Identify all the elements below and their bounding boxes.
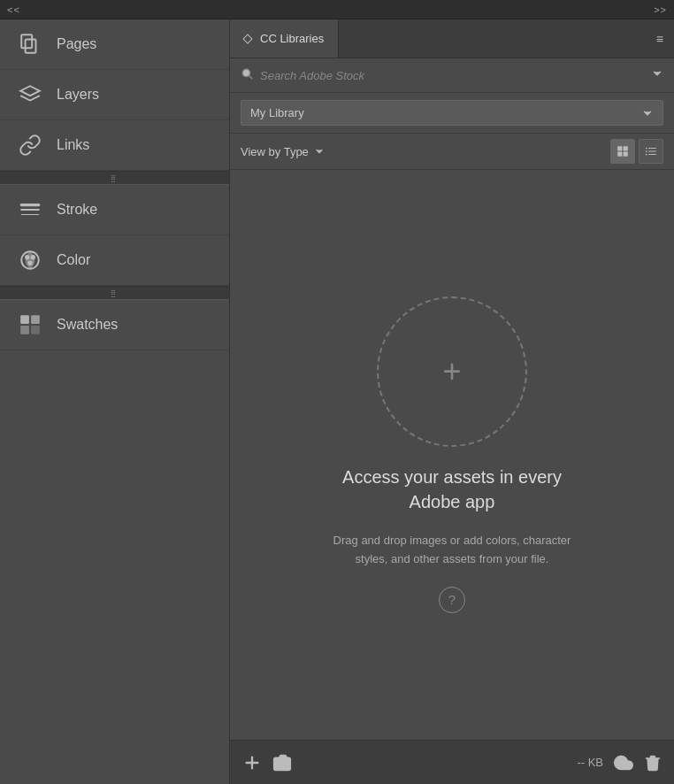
access-heading: Access your assets in every Adobe app xyxy=(342,465,562,514)
layers-icon xyxy=(18,82,42,107)
layers-label: Layers xyxy=(57,87,99,103)
svg-marker-2 xyxy=(20,86,40,96)
list-view-button[interactable] xyxy=(639,139,663,164)
stroke-icon xyxy=(18,197,42,222)
collapse-left-btn[interactable]: << xyxy=(7,4,20,15)
svg-rect-1 xyxy=(26,40,36,53)
links-icon xyxy=(18,133,42,158)
add-item-button[interactable] xyxy=(242,753,262,772)
collapse-right-btn[interactable]: >> xyxy=(654,4,667,15)
file-size-label: -- KB xyxy=(577,756,603,769)
top-bar: << >> xyxy=(0,0,674,19)
bottom-toolbar: -- KB xyxy=(230,740,674,784)
sidebar-item-layers[interactable]: Layers xyxy=(0,70,229,120)
links-label: Links xyxy=(57,137,89,153)
plus-icon: + xyxy=(442,356,461,388)
color-icon xyxy=(18,248,42,273)
sidebar-item-pages[interactable]: Pages xyxy=(0,19,229,70)
library-selected-label: My Library xyxy=(250,106,304,119)
swatches-icon xyxy=(18,312,42,337)
sidebar-divider-1: ⣿ xyxy=(0,171,229,185)
library-dropdown[interactable]: My Library xyxy=(241,100,663,126)
sidebar-divider-2: ⣿ xyxy=(0,286,229,300)
svg-line-15 xyxy=(249,76,252,79)
svg-rect-13 xyxy=(31,326,40,334)
svg-rect-19 xyxy=(624,152,628,157)
swatches-label: Swatches xyxy=(57,317,118,333)
panel-header: CC Libraries ≡ xyxy=(230,19,674,58)
access-heading-line1: Access your assets in every xyxy=(342,465,562,489)
panel-menu-button[interactable]: ≡ xyxy=(656,32,663,46)
svg-point-7 xyxy=(25,255,29,259)
view-controls: View by Type xyxy=(230,134,674,170)
grid-view-button[interactable] xyxy=(610,139,635,164)
svg-rect-0 xyxy=(21,35,32,48)
sidebar: Pages Layers Links ⣿ xyxy=(0,19,230,784)
svg-point-23 xyxy=(646,148,647,150)
access-subtext: Drag and drop images or add colors, char… xyxy=(319,532,585,569)
trash-button[interactable] xyxy=(644,753,662,772)
pages-label: Pages xyxy=(57,36,96,52)
right-panel: CC Libraries ≡ My Library xyxy=(230,19,674,784)
bottom-toolbar-left xyxy=(242,753,292,772)
view-icon-group xyxy=(610,139,663,164)
library-select-row: My Library xyxy=(230,93,674,134)
sidebar-item-color[interactable]: Color xyxy=(0,235,229,286)
search-bar xyxy=(230,58,674,93)
cloud-button[interactable] xyxy=(614,753,633,772)
svg-point-9 xyxy=(27,261,32,265)
sidebar-item-links[interactable]: Links xyxy=(0,120,229,171)
access-heading-line2: Adobe app xyxy=(342,489,562,514)
add-asset-button[interactable]: + xyxy=(377,296,527,447)
search-dropdown-button[interactable] xyxy=(651,67,663,83)
view-by-type-label: View by Type xyxy=(241,145,309,158)
sidebar-item-stroke[interactable]: Stroke xyxy=(0,185,229,235)
svg-rect-17 xyxy=(624,146,628,150)
sidebar-item-swatches[interactable]: Swatches xyxy=(0,300,229,350)
svg-point-8 xyxy=(31,255,35,259)
search-icon xyxy=(241,67,253,83)
search-input[interactable] xyxy=(260,69,644,82)
color-label: Color xyxy=(57,252,90,268)
svg-point-24 xyxy=(646,150,647,152)
pages-icon xyxy=(18,32,42,57)
svg-rect-11 xyxy=(31,315,40,324)
content-area: + Access your assets in every Adobe app … xyxy=(230,170,674,740)
help-icon: ? xyxy=(448,592,456,607)
svg-rect-12 xyxy=(20,326,29,334)
help-button[interactable]: ? xyxy=(439,587,465,613)
bottom-toolbar-right: -- KB xyxy=(577,753,662,772)
diamond-icon xyxy=(242,34,252,43)
svg-rect-10 xyxy=(20,315,29,324)
folder-button[interactable] xyxy=(272,753,292,772)
svg-rect-16 xyxy=(617,146,622,150)
view-by-type-button[interactable]: View by Type xyxy=(241,145,325,158)
svg-point-25 xyxy=(646,154,647,156)
panel-title: CC Libraries xyxy=(260,32,324,45)
main-layout: Pages Layers Links ⣿ xyxy=(0,19,674,784)
svg-rect-18 xyxy=(617,152,622,157)
cc-libraries-tab[interactable]: CC Libraries xyxy=(230,19,339,58)
stroke-label: Stroke xyxy=(57,202,97,218)
